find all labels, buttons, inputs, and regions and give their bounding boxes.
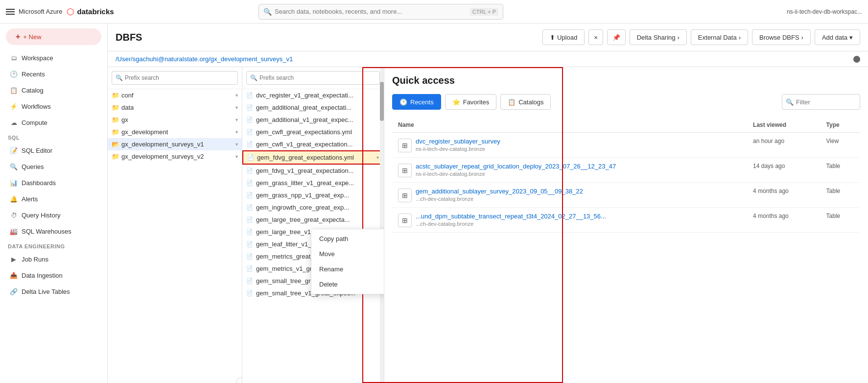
left-file-list: 📁 conf ▾ 📁 data ▾ 📁 gx ▾ [108,89,242,383]
external-data-button[interactable]: External Data › [691,29,748,45]
list-item[interactable]: 📁 gx_development_surveys_v2 ▾ [108,150,242,163]
middle-search-input[interactable] [246,71,380,85]
add-data-label: Add data [822,34,847,41]
sidebar-item-query-history[interactable]: ⏱ Query History [2,208,105,223]
new-button[interactable]: + + New [6,28,101,45]
add-data-button[interactable]: Add data ▾ [815,29,860,45]
folder-icon: 📁 [112,104,119,111]
filter-input[interactable] [782,94,860,110]
hamburger-menu-icon[interactable] [6,9,15,15]
sidebar-item-catalog[interactable]: 📋 Catalog [2,83,105,98]
close-button[interactable]: × [588,29,603,45]
list-item[interactable]: 📄 gem_additional_great_expectati... [242,101,384,114]
left-pane-search[interactable]: 🔍 [108,67,242,89]
sidebar-item-sql-warehouses[interactable]: 🏭 SQL Warehouses [2,224,105,239]
scrollbar[interactable] [380,67,384,383]
chevron-right-icon: › [678,34,680,41]
list-item[interactable]: 📄 gem_grass_npp_v1_great_exp... [242,189,384,201]
item-link[interactable]: acstc_sublayer_repeat_grid_location_depl… [416,163,616,170]
file-icon: 📄 [246,265,254,272]
sub-text: ...ch-dev-catalog.bronze [416,196,583,202]
time-cell: 4 months ago [747,183,820,208]
list-item[interactable]: 📄 gem_cwfl_great_expectations.yml [242,126,384,138]
chevron-down-icon: ▾ [235,129,238,135]
browse-dbfs-button[interactable]: Browse DBFS › [752,29,811,45]
path-link[interactable]: /User/sgachuhi@naturalstate.org/gx_devel… [116,55,293,63]
sidebar-item-workflows[interactable]: ⚡ Workflows [2,99,105,114]
item-link[interactable]: gem_additional_sublayer_survey_2023_09_0… [416,188,583,195]
list-item[interactable]: 📄 gem_grass_litter_v1_great_expe... [242,177,384,189]
tab-catalogs[interactable]: 📋 Catalogs [500,94,551,110]
sidebar-item-job-runs[interactable]: ▶ Job Runs [2,252,105,267]
file-icon: 📄 [247,154,255,161]
tab-favorites[interactable]: ⭐ Favorites [445,94,496,110]
folder-icon: 📁 [112,92,119,99]
sidebar-item-recents[interactable]: 🕐 Recents [2,67,105,82]
name-cell: ⊞ ...und_dpm_subtable_transect_repeat_t3… [398,213,741,227]
global-search-input[interactable] [258,4,503,20]
sidebar-item-label: Data Ingestion [22,272,63,279]
list-item[interactable]: 📂 gx_development_surveys_v1 ▾ [108,138,242,150]
list-item[interactable]: 📄 gem_large_tree_great_expecta... [242,214,384,226]
chevron-down-icon: ▾ [235,117,238,122]
databricks-logo-icon: ⬡ [67,6,74,17]
middle-pane-search[interactable]: 🔍 [242,67,384,89]
list-item[interactable]: 📄 dvc_register_v1_great_expectati... [242,89,384,101]
chevron-right-icon: › [739,34,741,41]
delta-live-tables-icon: 🔗 [10,288,18,295]
list-item[interactable]: 📄 gem_fdvg_great_expectations.yml ▾ [242,150,384,165]
sidebar-item-data-ingestion[interactable]: 📥 Data Ingestion [2,268,105,283]
tab-recents[interactable]: 🕐 Recents [392,94,441,110]
list-item[interactable]: 📄 gem_ingrowth_core_great_exp... [242,201,384,214]
sidebar-item-dashboards[interactable]: 📊 Dashboards [2,175,105,191]
list-item[interactable]: 📄 gem_fdvg_v1_great_expectation... [242,165,384,177]
main-layout: + + New 🗂 Workspace 🕐 Recents 📋 Catalog … [0,24,868,383]
context-menu-move[interactable]: Move [311,246,384,262]
data-ingestion-icon: 📥 [10,272,18,279]
upload-button[interactable]: ⬆ Upload [542,29,585,45]
workflows-icon: ⚡ [10,103,18,110]
context-menu: Copy path Move Rename Delete [311,229,384,294]
item-link[interactable]: dvc_register_sublayer_survey [416,138,500,145]
file-icon: 📄 [246,180,254,186]
list-item[interactable]: 📄 gem_cwfl_v1_great_expectation... [242,138,384,150]
chevron-down-icon: ▾ [235,142,238,147]
upload-icon: ⬆ [550,34,555,41]
recents-tab-label: Recents [410,98,434,106]
sidebar-item-compute[interactable]: ☁ Compute [2,115,105,130]
sidebar-item-workspace[interactable]: 🗂 Workspace [2,50,105,66]
azure-label: Microsoft Azure [19,8,63,15]
list-item[interactable]: 📁 data ▾ [108,101,242,114]
list-item[interactable]: 📁 gx_development ▾ [108,126,242,138]
file-browser: 🔍 📁 conf ▾ 📁 data ▾ 📁 [108,67,868,383]
filter-search-icon: 🔍 [786,98,794,106]
chevron-down-icon: ▾ [376,155,379,160]
context-menu-delete[interactable]: Delete [311,277,384,292]
list-item[interactable]: 📁 gx ▾ [108,114,242,126]
item-link[interactable]: ...und_dpm_subtable_transect_repeat_t3t4… [416,213,606,220]
context-menu-rename[interactable]: Rename [311,262,384,277]
file-icon: 📄 [246,92,254,98]
col-name: Name [392,118,747,133]
file-icon: 📄 [246,278,254,284]
item-icon: ⊞ [398,139,412,152]
queries-icon: 🔍 [10,163,18,170]
file-icon: 📄 [246,290,254,296]
sidebar-item-delta-live-tables[interactable]: 🔗 Delta Live Tables [2,284,105,299]
scrollbar-thumb[interactable] [380,82,384,121]
list-item[interactable]: 📄 gem_additional_v1_great_expec... [242,114,384,126]
sql-section-label: SQL [0,131,107,143]
list-item[interactable]: 📁 conf ▾ [108,89,242,101]
delta-sharing-button[interactable]: Delta Sharing › [630,29,687,45]
sidebar-item-label: SQL Warehouses [22,228,71,235]
global-search-bar[interactable]: 🔍 CTRL + P [258,4,503,20]
pin-button[interactable]: 📌 [607,29,626,45]
sidebar-item-alerts[interactable]: 🔔 Alerts [2,192,105,207]
context-menu-copy-path[interactable]: Copy path [311,231,384,246]
sidebar-item-queries[interactable]: 🔍 Queries [2,159,105,174]
sidebar-item-sql-editor[interactable]: 📝 SQL Editor [2,143,105,158]
catalog-icon: 📋 [10,87,18,94]
filter-input-wrap[interactable]: 🔍 [782,94,860,110]
job-runs-icon: ▶ [10,256,18,263]
left-search-input[interactable] [112,71,238,85]
